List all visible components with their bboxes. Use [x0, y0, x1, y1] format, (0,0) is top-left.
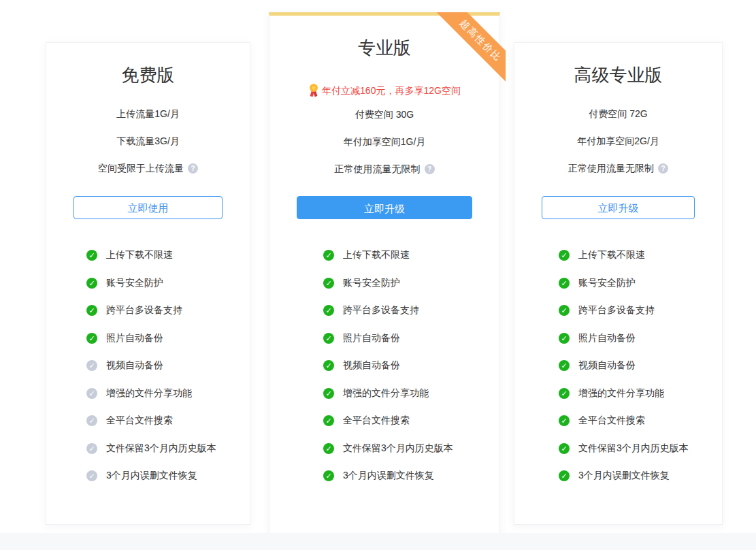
use-now-button[interactable]: 立即使用 — [73, 196, 223, 219]
check-icon — [86, 360, 97, 371]
check-icon — [559, 278, 570, 289]
feature-item: 增强的文件分享功能 — [323, 380, 499, 408]
feature-label: 文件保留3个月内历史版本 — [343, 442, 453, 455]
check-icon — [86, 388, 97, 399]
plan-title: 免费版 — [46, 63, 250, 86]
feature-label: 3个月内误删文件恢复 — [106, 470, 197, 482]
feature-label: 全平台文件搜索 — [106, 415, 173, 427]
plan-detail: 正常使用流量无限制 — [514, 155, 722, 182]
detail-text: 年付加享空间2G/月 — [577, 127, 659, 155]
plan-details: 上传流量1G/月 下载流量3G/月 空间受限于上传流量 — [46, 100, 250, 182]
feature-item: 视频自动备份 — [86, 352, 250, 380]
feature-item: 上传下载不限速 — [86, 242, 250, 270]
feature-label: 上传下载不限速 — [106, 249, 173, 261]
check-icon — [323, 443, 334, 454]
check-icon — [323, 278, 334, 289]
detail-text: 下载流量3G/月 — [116, 127, 180, 155]
plan-detail: 正常使用流量无限制 — [269, 155, 499, 182]
check-icon — [323, 360, 334, 371]
feature-item: 跨平台多设备支持 — [559, 297, 722, 325]
feature-label: 视频自动备份 — [106, 359, 163, 372]
plan-detail: 下载流量3G/月 — [46, 127, 250, 155]
help-icon[interactable] — [658, 163, 668, 174]
check-icon — [559, 360, 570, 371]
feature-item: 上传下载不限速 — [559, 242, 722, 270]
feature-label: 跨平台多设备支持 — [343, 304, 419, 317]
feature-label: 增强的文件分享功能 — [106, 387, 192, 400]
check-icon — [559, 305, 570, 316]
plan-title: 专业版 — [269, 36, 499, 59]
check-icon — [86, 250, 97, 261]
feature-label: 照片自动备份 — [578, 332, 636, 344]
detail-text: 上传流量1G/月 — [116, 100, 180, 127]
feature-item: 文件保留3个月内历史版本 — [323, 435, 499, 463]
check-icon — [323, 388, 334, 399]
check-icon — [86, 305, 97, 316]
feature-label: 视频自动备份 — [578, 359, 636, 372]
plan-details: 付费空间 30G 年付加享空间1G/月 正常使用流量无限制 — [269, 101, 499, 182]
check-icon — [323, 250, 334, 261]
detail-text: 空间受限于上传流量 — [98, 155, 184, 182]
feature-label: 3个月内误删文件恢复 — [343, 470, 434, 482]
feature-label: 照片自动备份 — [106, 332, 163, 344]
feature-label: 视频自动备份 — [343, 359, 400, 372]
plan-detail: 空间受限于上传流量 — [46, 155, 250, 182]
detail-text: 正常使用流量无限制 — [568, 155, 654, 182]
feature-label: 增强的文件分享功能 — [343, 387, 429, 400]
check-icon — [323, 415, 334, 426]
check-icon — [559, 415, 570, 426]
check-icon — [323, 470, 334, 481]
feature-list: 上传下载不限速 账号安全防护 跨平台多设备支持 照片自动备份 视频自动备份 增强… — [269, 242, 499, 490]
upgrade-button[interactable]: 立即升级 — [297, 196, 472, 219]
feature-list: 上传下载不限速 账号安全防护 跨平台多设备支持 照片自动备份 视频自动备份 增强… — [514, 242, 722, 490]
plan-card-free: 免费版 上传流量1G/月 下载流量3G/月 空间受限于上传流量 立即使用 上传下… — [46, 42, 250, 525]
plan-detail: 上传流量1G/月 — [46, 100, 250, 127]
feature-item: 3个月内误删文件恢复 — [559, 462, 722, 490]
feature-label: 账号安全防护 — [343, 277, 400, 289]
feature-item: 全平台文件搜索 — [559, 407, 722, 435]
feature-item: 视频自动备份 — [559, 352, 722, 380]
feature-item: 跨平台多设备支持 — [323, 297, 499, 325]
promo-text: 年付立减160元，再多享12G空间 — [322, 83, 461, 98]
check-icon — [559, 250, 570, 261]
feature-label: 照片自动备份 — [343, 332, 400, 344]
plan-title: 高级专业版 — [514, 63, 722, 86]
check-icon — [559, 333, 570, 344]
detail-text: 年付加享空间1G/月 — [344, 128, 426, 155]
feature-label: 跨平台多设备支持 — [106, 304, 182, 317]
help-icon[interactable] — [425, 164, 435, 174]
feature-item: 3个月内误删文件恢复 — [86, 462, 250, 490]
feature-item: 3个月内误删文件恢复 — [323, 462, 499, 490]
upgrade-button[interactable]: 立即升级 — [542, 196, 695, 219]
feature-label: 账号安全防护 — [578, 277, 636, 289]
check-icon — [559, 443, 570, 454]
plan-detail: 年付加享空间2G/月 — [514, 127, 722, 155]
feature-item: 视频自动备份 — [323, 352, 499, 380]
feature-item: 照片自动备份 — [86, 325, 250, 353]
feature-item: 账号安全防护 — [86, 270, 250, 297]
plan-card-pro: 超高性价比 专业版 年付立减160元，再多享12G空间 付费空间 30G 年付加… — [269, 12, 500, 538]
feature-label: 全平台文件搜索 — [343, 415, 410, 427]
check-icon — [323, 305, 334, 316]
plan-detail: 年付加享空间1G/月 — [269, 128, 499, 155]
feature-list: 上传下载不限速 账号安全防护 跨平台多设备支持 照片自动备份 视频自动备份 增强… — [46, 242, 250, 490]
feature-label: 3个月内误删文件恢复 — [578, 470, 670, 482]
feature-label: 增强的文件分享功能 — [578, 387, 664, 400]
feature-item: 照片自动备份 — [559, 325, 722, 353]
check-icon — [323, 333, 334, 344]
help-icon[interactable] — [188, 163, 198, 174]
check-icon — [86, 333, 97, 344]
feature-item: 增强的文件分享功能 — [86, 380, 250, 408]
feature-item: 账号安全防护 — [559, 270, 722, 297]
feature-item: 全平台文件搜索 — [323, 407, 499, 435]
feature-label: 上传下载不限速 — [578, 249, 645, 261]
plan-detail: 付费空间 30G — [269, 101, 499, 128]
feature-label: 上传下载不限速 — [343, 249, 410, 261]
feature-item: 全平台文件搜索 — [86, 407, 250, 435]
page-bottom-strip — [0, 533, 756, 550]
feature-label: 全平台文件搜索 — [578, 415, 645, 427]
plan-card-premium: 高级专业版 付费空间 72G 年付加享空间2G/月 正常使用流量无限制 立即升级… — [514, 42, 723, 525]
check-icon — [559, 470, 570, 481]
feature-item: 上传下载不限速 — [323, 242, 499, 270]
feature-item: 照片自动备份 — [323, 325, 499, 353]
